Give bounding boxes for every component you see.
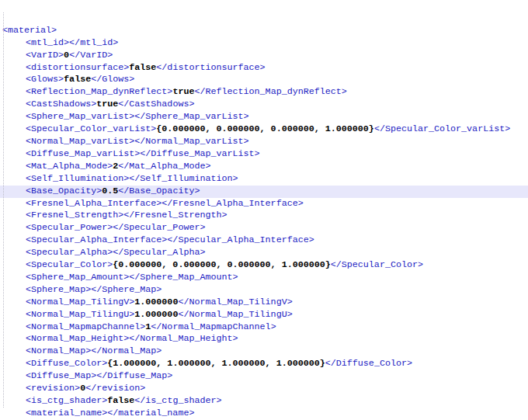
xml-tag-text: <Mat_Alpha_Mode> xyxy=(26,161,113,172)
code-line[interactable]: <Sphere_Map_varList></Sphere_Map_varList… xyxy=(0,111,528,123)
code-line[interactable]: <Specular_Alpha_Interface></Specular_Alp… xyxy=(0,234,528,247)
xml-tag-text: <Sphere_Map_varList></Sphere_Map_varList… xyxy=(26,111,249,122)
code-line[interactable]: <Normal_Map_TilingV>1.000000</Normal_Map… xyxy=(0,297,528,309)
code-line-highlighted[interactable]: <Base_Opacity>0.5</Base_Opacity> xyxy=(0,186,528,198)
code-line[interactable]: <Reflection_Map_dynReflect>true</Reflect… xyxy=(0,86,528,99)
xml-tag-text: <Specular_Power></Specular_Power> xyxy=(26,222,205,233)
xml-value-text: true xyxy=(96,99,118,109)
xml-tag-text: <mtl_id></mtl_id> xyxy=(26,37,118,48)
xml-tag-text: <distortionsurface> xyxy=(26,62,129,73)
code-line[interactable]: <is_ctg_shader>false</is_ctg_shader> xyxy=(0,395,528,408)
xml-tag-text: </Normal_Map_TilingV> xyxy=(178,297,292,307)
xml-value-text: false xyxy=(129,62,156,73)
code-line[interactable]: <Sphere_Map></Sphere_Map> xyxy=(0,284,528,297)
code-line[interactable]: <VarID>0</VarID> xyxy=(0,50,528,62)
code-line[interactable]: <Specular_Color_varList>{0.000000, 0.000… xyxy=(0,123,528,136)
xml-tag-text: <Specular_Color> xyxy=(26,259,113,270)
xml-tag-text: <Reflection_Map_dynReflect> xyxy=(26,86,172,97)
xml-tag-text: <Specular_Alpha_Interface></Specular_Alp… xyxy=(26,234,314,245)
xml-tag-text: </Base_Opacity> xyxy=(118,186,200,196)
xml-tag-text: </Normal_Map_TilingU> xyxy=(178,309,292,320)
xml-value-text: 0.5 xyxy=(102,186,118,196)
code-line[interactable]: <Sphere_Map_Amount></Sphere_Map_Amount> xyxy=(0,272,528,284)
code-line[interactable]: <Self_Illumination></Self_Illumination> xyxy=(0,173,528,186)
code-line[interactable]: <Mat_Alpha_Mode>2</Mat_Alpha_Mode> xyxy=(0,161,528,173)
code-line[interactable]: <Specular_Power></Specular_Power> xyxy=(0,222,528,234)
code-line[interactable]: <Specular_Color>{0.000000, 0.000000, 0.0… xyxy=(0,259,528,272)
code-line[interactable]: <Fresnel_Alpha_Interface></Fresnel_Alpha… xyxy=(0,198,528,210)
xml-tag-text: <VarID> xyxy=(26,50,64,61)
xml-tag-text: </VarID> xyxy=(69,50,113,61)
code-line[interactable]: <Fresnel_Strength></Fresnel_Strength> xyxy=(0,210,528,222)
code-line[interactable]: <Normal_Map_varList></Normal_Map_varList… xyxy=(0,136,528,148)
code-line[interactable]: <material> xyxy=(0,25,528,37)
code-editor[interactable]: <material><mtl_id></mtl_id><VarID>0</Var… xyxy=(0,0,528,420)
code-line[interactable]: <distortionsurface>false</distortionsurf… xyxy=(0,62,528,75)
xml-value-text: {0.000000, 0.000000, 0.000000, 1.000000} xyxy=(156,123,374,134)
code-line[interactable]: <Normal_MapmapChannel>1</Normal_MapmapCh… xyxy=(0,321,528,334)
xml-tag-text: <Specular_Alpha></Specular_Alpha> xyxy=(26,247,205,258)
xml-tag-text: <CastShadows> xyxy=(26,99,96,109)
xml-tag-text: </Specular_Color_varList> xyxy=(374,123,510,134)
xml-tag-text: <Base_Opacity> xyxy=(26,186,102,196)
xml-tag-text: </Normal_MapmapChannel> xyxy=(151,321,276,332)
code-line[interactable]: <Specular_Alpha></Specular_Alpha> xyxy=(0,247,528,259)
code-line[interactable]: <material_name></material_name> xyxy=(0,408,528,420)
xml-value-text: 1.000000 xyxy=(134,297,178,307)
xml-tag-text: <Diffuse_Map_varList></Diffuse_Map_varLi… xyxy=(26,148,260,159)
code-line[interactable]: <Normal_Map_Height></Normal_Map_Height> xyxy=(0,333,528,345)
xml-value-text: true xyxy=(172,86,194,97)
xml-tag-text: <Sphere_Map></Sphere_Map> xyxy=(26,284,162,295)
xml-tag-text: </Specular_Color> xyxy=(331,259,423,270)
xml-tag-text: </CastShadows> xyxy=(118,99,194,109)
xml-tag-text: <material> xyxy=(2,25,57,36)
xml-tag-text: <Normal_Map_TilingV> xyxy=(26,297,134,307)
xml-tag-text: </Diffuse_Color> xyxy=(325,358,412,369)
xml-value-text: {0.000000, 0.000000, 0.000000, 1.000000} xyxy=(113,259,331,270)
xml-tag-text: <is_ctg_shader> xyxy=(26,395,107,406)
code-line[interactable]: <CastShadows>true</CastShadows> xyxy=(0,99,528,111)
xml-tag-text: </distortionsurface> xyxy=(156,62,265,73)
xml-tag-text: <Normal_MapmapChannel> xyxy=(26,321,145,332)
xml-value-text: false xyxy=(64,74,91,85)
xml-tag-text: <Specular_Color_varList> xyxy=(26,123,156,134)
xml-tag-text: <Normal_Map_varList></Normal_Map_varList… xyxy=(26,136,249,147)
code-line[interactable]: <mtl_id></mtl_id> xyxy=(0,37,528,50)
xml-tag-text: <Diffuse_Color> xyxy=(26,358,107,369)
xml-tag-text: </Glows> xyxy=(91,74,134,85)
xml-value-text: 1.000000 xyxy=(134,309,178,320)
xml-tag-text: <revision> xyxy=(26,383,80,394)
xml-tag-text: <material_name></material_name> xyxy=(26,408,194,418)
xml-tag-text: <Sphere_Map_Amount></Sphere_Map_Amount> xyxy=(26,272,238,283)
xml-tag-text: <Normal_Map></Normal_Map> xyxy=(26,345,162,356)
code-line[interactable]: <Glows>false</Glows> xyxy=(0,74,528,86)
xml-tag-text: <Diffuse_Map></Diffuse_Map> xyxy=(26,370,172,381)
code-line[interactable]: <Normal_Map_TilingU>1.000000</Normal_Map… xyxy=(0,309,528,321)
xml-tag-text: <Fresnel_Strength></Fresnel_Strength> xyxy=(26,210,228,220)
xml-tag-text: </is_ctg_shader> xyxy=(134,395,221,406)
xml-value-text: {1.000000, 1.000000, 1.000000, 1.000000} xyxy=(107,358,325,369)
xml-tag-text: </revision> xyxy=(85,383,145,394)
xml-tag-text: </Reflection_Map_dynReflect> xyxy=(194,86,346,97)
xml-tag-text: </Mat_Alpha_Mode> xyxy=(118,161,210,172)
xml-tag-text: <Glows> xyxy=(26,74,64,85)
xml-tag-text: <Fresnel_Alpha_Interface></Fresnel_Alpha… xyxy=(26,198,304,209)
xml-value-text: false xyxy=(107,395,134,406)
code-line[interactable]: <Diffuse_Map_varList></Diffuse_Map_varLi… xyxy=(0,148,528,161)
code-line[interactable]: <Diffuse_Color>{1.000000, 1.000000, 1.00… xyxy=(0,358,528,370)
xml-tag-text: <Normal_Map_Height></Normal_Map_Height> xyxy=(26,333,238,344)
code-line[interactable]: <Normal_Map></Normal_Map> xyxy=(0,345,528,358)
xml-tag-text: <Self_Illumination></Self_Illumination> xyxy=(26,173,238,184)
xml-tag-text: <Normal_Map_TilingU> xyxy=(26,309,134,320)
code-line[interactable]: <revision>0</revision> xyxy=(0,383,528,395)
code-line[interactable]: <Diffuse_Map></Diffuse_Map> xyxy=(0,370,528,383)
